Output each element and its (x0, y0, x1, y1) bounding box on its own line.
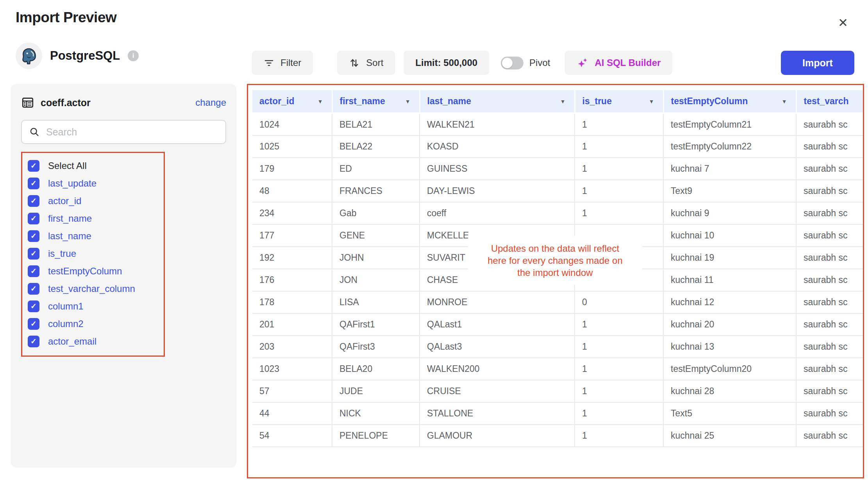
table-cell: 1 (575, 180, 663, 202)
table-cell: 54 (252, 425, 332, 447)
annotation-box-columns: ✓ Select All ✓ last_update ✓ actor_id ✓ … (21, 152, 165, 357)
sidebar-item-actor-id[interactable]: ✓ actor_id (28, 192, 161, 210)
sparkles-icon (577, 57, 588, 69)
table-cell: JUDE (332, 380, 420, 402)
column-header-test-empty-column[interactable]: testEmptyColumn ▼ (663, 90, 796, 113)
table-cell: testEmptyColumn21 (663, 113, 796, 135)
table-cell: 234 (252, 202, 332, 224)
ai-sql-builder-button[interactable]: AI SQL Builder (565, 51, 672, 75)
table-cell: kuchnai 11 (663, 269, 796, 291)
chevron-down-icon[interactable]: ▼ (402, 98, 411, 105)
sidebar-item-column1[interactable]: ✓ column1 (28, 297, 161, 315)
sort-button[interactable]: Sort (337, 51, 395, 75)
table-cell: kuchnai 25 (663, 425, 796, 447)
postgresql-logo-icon (20, 47, 38, 65)
table-icon (21, 96, 34, 109)
filter-icon (264, 58, 274, 68)
sidebar-item-last-name[interactable]: ✓ last_name (28, 227, 161, 245)
table-cell: STALLONE (420, 402, 575, 425)
table-cell: LISA (332, 291, 420, 313)
column-header-label: testEmptyColumn (671, 96, 748, 107)
table-cell: DAY-LEWIS (420, 180, 575, 202)
column-label: actor_email (48, 336, 96, 347)
table-row: 203QAFirst3QALast31kuchnai 13saurabh sc (252, 336, 863, 358)
table-cell: 44 (252, 402, 332, 425)
search-input[interactable] (46, 126, 218, 138)
table-cell: FRANCES (332, 180, 420, 202)
chevron-down-icon[interactable]: ▼ (557, 98, 566, 105)
chevron-down-icon[interactable]: ▼ (314, 98, 323, 105)
sidebar-item-test-varchar-column[interactable]: ✓ test_varchar_column (28, 280, 161, 297)
table-cell: QAFirst3 (332, 336, 420, 358)
table-cell: NICK (332, 402, 420, 425)
checkbox-checked-icon: ✓ (28, 283, 39, 295)
table-cell: JOHN (332, 247, 420, 269)
table-cell: saurabh sc (796, 224, 863, 247)
table-cell: Text9 (663, 180, 796, 202)
table-cell: saurabh sc (796, 202, 863, 224)
checkbox-checked-icon: ✓ (28, 318, 39, 330)
checkbox-checked-icon: ✓ (28, 230, 39, 242)
column-header-first-name[interactable]: first_name ▼ (332, 90, 420, 113)
table-cell: Text5 (663, 402, 796, 425)
column-label: column2 (48, 318, 84, 329)
table-cell: WALKEN200 (420, 358, 575, 380)
chevron-down-icon[interactable]: ▼ (779, 98, 787, 105)
table-cell: 57 (252, 380, 332, 402)
table-cell: 1023 (252, 358, 332, 380)
table-row: 54PENELOPEGLAMOUR1kuchnai 25saurabh sc (252, 425, 863, 447)
column-header-is-true[interactable]: is_true ▼ (575, 90, 663, 113)
checkbox-checked-icon: ✓ (28, 336, 39, 347)
pivot-toggle[interactable] (501, 57, 523, 69)
table-cell: 177 (252, 224, 332, 247)
sidebar-item-actor-email[interactable]: ✓ actor_email (28, 332, 161, 350)
filter-button[interactable]: Filter (252, 51, 313, 75)
table-cell: 1025 (252, 135, 332, 158)
sidebar-item-is-true[interactable]: ✓ is_true (28, 245, 161, 262)
table-cell: saurabh sc (796, 313, 863, 336)
change-link[interactable]: change (195, 97, 226, 108)
select-all-row[interactable]: ✓ Select All (28, 157, 161, 174)
sidebar-item-last-update[interactable]: ✓ last_update (28, 174, 161, 192)
checkbox-checked-icon: ✓ (28, 213, 39, 224)
checkbox-checked-icon: ✓ (28, 178, 39, 189)
table-cell: CRUISE (420, 380, 575, 402)
sidebar: coeff.actor change ✓ Select All ✓ last_u… (11, 84, 236, 468)
import-button[interactable]: Import (781, 51, 854, 75)
info-icon[interactable]: i (128, 50, 139, 61)
column-label: first_name (48, 213, 92, 224)
search-icon (29, 126, 40, 137)
sidebar-item-test-empty-column[interactable]: ✓ testEmptyColumn (28, 262, 161, 280)
table-cell: QALast1 (420, 313, 575, 336)
limit-button[interactable]: Limit: 500,000 (404, 51, 489, 75)
table-cell: kuchnai 20 (663, 313, 796, 336)
annotation-note-line: here for every changes made on (488, 254, 623, 267)
table-cell: saurabh sc (796, 247, 863, 269)
table-cell: 1 (575, 380, 663, 402)
table-row: 1025BELA22KOASD1testEmptyColumn22saurabh… (252, 135, 863, 158)
annotation-note: Updates on the data will reflect here fo… (468, 236, 642, 285)
search-box (21, 120, 226, 144)
column-header-test-varchar[interactable]: test_varch (796, 90, 863, 113)
close-button[interactable]: ✕ (834, 14, 852, 31)
table-cell: testEmptyColumn20 (663, 358, 796, 380)
sidebar-item-first-name[interactable]: ✓ first_name (28, 210, 161, 227)
table-cell: 1 (575, 158, 663, 180)
table-cell: 0 (575, 291, 663, 313)
column-header-label: last_name (427, 96, 472, 107)
checkbox-checked-icon: ✓ (28, 300, 39, 312)
source-row: PostgreSQL i (16, 42, 139, 69)
column-header-actor-id[interactable]: actor_id ▼ (252, 90, 332, 113)
column-label: last_name (48, 231, 91, 242)
table-cell: saurabh sc (796, 158, 863, 180)
table-row: 57JUDECRUISE1kuchnai 28saurabh sc (252, 380, 863, 402)
chevron-down-icon[interactable]: ▼ (646, 98, 654, 105)
table-cell: JON (332, 269, 420, 291)
table-cell: kuchnai 7 (663, 158, 796, 180)
column-header-last-name[interactable]: last_name ▼ (420, 90, 575, 113)
table-cell: saurabh sc (796, 269, 863, 291)
sidebar-item-column2[interactable]: ✓ column2 (28, 315, 161, 332)
table-cell: BELA21 (332, 113, 420, 135)
table-cell: KOASD (420, 135, 575, 158)
table-cell: saurabh sc (796, 402, 863, 425)
